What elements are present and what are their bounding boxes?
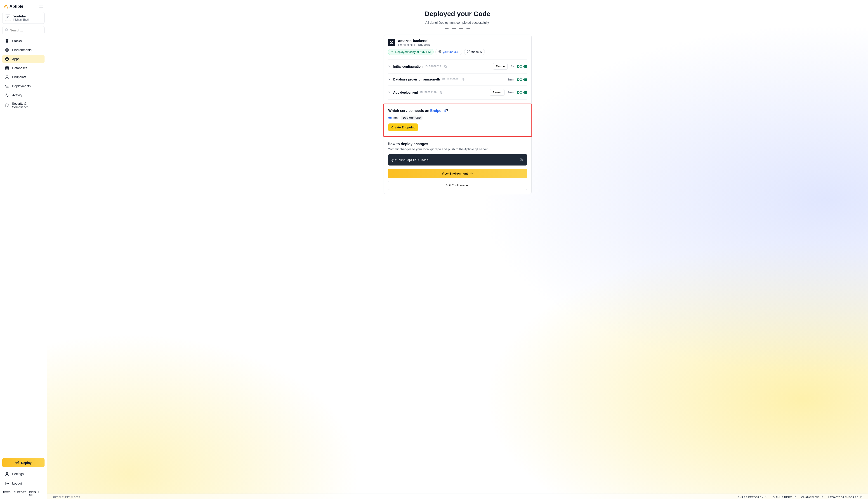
nav-deployments[interactable]: Deployments [2,82,45,90]
step-status: DONE [517,90,528,94]
footer: APTIBLE, INC. © 2023 SHARE FEEDBACK GITH… [47,494,868,499]
step-duration: 2min [508,91,514,94]
share-feedback-link[interactable]: SHARE FEEDBACK [737,496,767,499]
nav-label: Settings [12,472,24,476]
org-name: Youtube [13,14,29,18]
logout-icon [4,481,10,486]
cube-icon [4,57,10,61]
nav-label: Activity [12,93,22,97]
copy-icon[interactable] [461,77,466,82]
service-radio-label: cmd [394,116,399,120]
step-id: ID: 58678129 [420,91,436,94]
nav-label: Endpoints [12,75,26,79]
chevron-down-icon[interactable] [388,90,391,94]
rerun-button[interactable]: Re-run [493,63,508,70]
support-link[interactable]: SUPPORT [14,491,26,496]
env-chip[interactable]: youtube-a32 [435,49,462,55]
nav-activity[interactable]: Activity [2,91,45,99]
nav-stacks[interactable]: Stacks [2,37,45,45]
logo-text: Aptible [10,4,23,9]
nav-databases[interactable]: Databases [2,64,45,72]
nav-label: Deployments [12,84,31,88]
activity-icon [4,93,10,98]
endpoint-question: Which service needs an Endpoint? [388,109,527,113]
chevron-down-icon[interactable] [388,64,391,68]
step-row: Initial configuration ID: 58678023 Re-ru… [384,60,531,73]
create-endpoint-button[interactable]: Create Endpoint [388,123,418,131]
svg-point-5 [5,78,6,79]
search-input[interactable] [10,28,42,32]
endpoint-link[interactable]: Endpoint [430,109,446,113]
nav-logout[interactable]: Logout [2,479,45,488]
svg-point-3 [5,66,8,68]
service-radio[interactable]: cmd Docker CMD [388,115,527,120]
view-environment-button[interactable]: View Environment [388,169,528,179]
nav-label: Stacks [12,39,22,43]
deploy-button[interactable]: Deploy [2,458,45,467]
deployment-card: amazon-backend Pending HTTP Endpoint Dep… [384,35,532,194]
org-selector[interactable]: Youtube Kishan Sheth [2,12,45,24]
commit-hash: f9acb36 [472,50,482,53]
nav-environments[interactable]: Environments [2,46,45,54]
copy-icon[interactable] [443,64,448,69]
docker-cmd-pill: Docker CMD [401,115,422,120]
install-cli-link[interactable]: INSTALL CLI [29,491,44,496]
logo-icon [3,4,8,9]
nav-apps[interactable]: Apps [2,55,45,63]
nav-endpoints[interactable]: Endpoints [2,73,45,81]
globe-icon [4,48,10,52]
search-icon [5,28,8,32]
step-id: ID: 58676632 [442,78,458,81]
menu-icon[interactable] [39,4,44,9]
main: Deployed your Code All done! Deployment … [47,0,868,499]
external-link-icon [794,496,796,499]
chevron-down-icon[interactable] [388,77,391,81]
copy-icon[interactable] [519,157,524,162]
external-link-icon [820,496,823,499]
edit-configuration-button[interactable]: Edit Configuration [388,181,528,190]
service-radio-input[interactable] [388,116,392,119]
step-title: App deployment [393,91,418,94]
nav-settings[interactable]: Settings [2,470,45,478]
page-subtitle: All done! Deployment completed successfu… [297,21,618,24]
github-repo-link[interactable]: GITHUB REPO [773,496,796,499]
step-title: Initial configuration [393,65,423,68]
search-box[interactable] [2,26,45,34]
step-row: Database provision amazon-db ID: 5867663… [384,73,531,85]
copy-icon[interactable] [439,90,443,95]
nav-security[interactable]: Security & Compliance [2,100,45,111]
docs-link[interactable]: DOCS [3,491,11,496]
step-duration: 3s [511,65,514,68]
arrow-right-icon [470,171,473,176]
commit-chip[interactable]: f9acb36 [464,49,485,55]
app-cube-icon [388,39,395,46]
howto-section: How to deploy changes Commit changes to … [384,137,531,194]
chevron-down-icon [765,496,768,499]
svg-point-12 [468,52,468,53]
app-subtitle: Pending HTTP Endpoint [398,43,430,46]
rerun-button[interactable]: Re-run [489,89,505,96]
deploy-label: Deploy [21,461,32,465]
svg-point-8 [6,472,8,474]
changelog-link[interactable]: CHANGELOG [801,496,823,499]
branch-icon [467,50,470,54]
stacks-icon [4,38,10,44]
git-push-code: git push aptible main [388,154,528,166]
nav-label: Databases [12,66,27,70]
nav-label: Logout [12,482,22,485]
progress-dashes [297,28,618,29]
external-link-icon [860,496,863,499]
logo[interactable]: Aptible [3,4,23,9]
sidebar: Aptible Youtube Kishan Sheth S [0,0,47,499]
endpoint-prompt-box: Which service needs an Endpoint? cmd Doc… [383,104,532,137]
tiny-links: DOCS SUPPORT INSTALL CLI [1,489,46,496]
svg-point-6 [8,78,9,79]
plus-circle-icon [15,460,19,465]
step-id: ID: 58678023 [425,65,441,68]
nav-label: Environments [12,48,32,52]
globe-icon [438,50,442,54]
svg-rect-0 [7,16,9,19]
legacy-dashboard-link[interactable]: LEGACY DASHBOARD [828,496,863,499]
app-name: amazon-backend [398,39,430,43]
svg-point-1 [5,29,8,31]
